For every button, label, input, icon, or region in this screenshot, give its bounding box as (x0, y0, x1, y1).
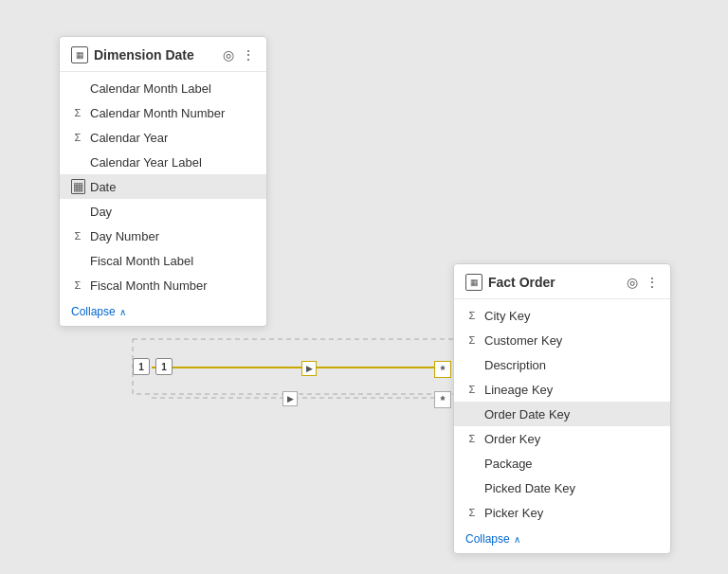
fact-order-field-row[interactable]: Order Date Key (454, 402, 670, 426)
dim-date-header-icons: ◎ ⋮ (223, 48, 255, 62)
field-type-icon: Σ (465, 334, 479, 346)
field-type-icon: Σ (465, 384, 479, 395)
field-type-icon: Σ (71, 230, 84, 242)
fact-order-field-row[interactable]: ΣOrder Key (454, 426, 670, 451)
collapse-arrow-icon: ∧ (119, 307, 126, 317)
field-name-label: Calendar Year Label (90, 155, 202, 170)
fact-order-header-icons: ◎ ⋮ (627, 276, 659, 289)
fact-order-header: ▦ Fact Order ◎ ⋮ (454, 264, 670, 299)
field-name-label: Fiscal Month Label (90, 254, 193, 268)
field-name-label: Calendar Month Number (90, 106, 225, 120)
arrow-right-dashed-icon: ▶ (287, 394, 294, 404)
fact-order-body: ΣCity KeyΣCustomer KeyDescriptionΣLineag… (454, 299, 670, 529)
dim-date-field-row[interactable]: ▦Date (60, 174, 266, 199)
field-type-icon: Σ (465, 507, 479, 518)
field-type-icon: Σ (465, 310, 479, 321)
badge-right-one: 1 (155, 358, 173, 375)
dim-date-title: Dimension Date (94, 47, 217, 63)
fact-order-table-icon: ▦ (465, 274, 482, 291)
connector-arrow-left: ▶ (301, 361, 317, 376)
svg-rect-0 (133, 339, 455, 394)
fact-order-title: Fact Order (488, 275, 621, 290)
dim-date-field-row[interactable]: Day (60, 199, 266, 224)
fact-order-field-row[interactable]: Picked Date Key (454, 475, 670, 500)
field-type-icon: ▦ (71, 180, 84, 193)
dim-date-eye-icon[interactable]: ◎ (223, 48, 234, 62)
dim-date-body: Calendar Month LabelΣCalendar Month Numb… (60, 72, 266, 301)
dim-date-field-row[interactable]: Calendar Year Label (60, 150, 266, 174)
dim-date-header: ▦ Dimension Date ◎ ⋮ (60, 37, 266, 72)
field-name-label: Package (484, 457, 533, 471)
dim-date-collapse[interactable]: Collapse ∧ (60, 301, 266, 326)
fact-order-field-row[interactable]: Description (454, 352, 670, 377)
badge-left-one: 1 (133, 358, 150, 375)
field-type-icon: Σ (71, 107, 84, 118)
fact-order-card: ▦ Fact Order ◎ ⋮ ΣCity KeyΣCustomer KeyD… (453, 263, 671, 554)
fact-order-field-row[interactable]: ΣCity Key (454, 303, 670, 328)
fact-order-field-row[interactable]: Package (454, 451, 670, 475)
field-type-icon: Σ (71, 132, 84, 143)
asterisk-icon: * (440, 363, 445, 377)
dim-date-field-row[interactable]: Fiscal Month Label (60, 248, 266, 273)
arrow-right-icon: ▶ (306, 364, 313, 373)
asterisk-box-top: * (434, 361, 451, 378)
fact-order-collapse-arrow-icon: ∧ (514, 534, 520, 545)
field-name-label: Picker Key (484, 506, 543, 520)
dim-date-table-icon: ▦ (71, 46, 88, 63)
dim-date-more-icon[interactable]: ⋮ (242, 48, 255, 62)
fact-order-field-row[interactable]: ΣPicker Key (454, 500, 670, 525)
dim-date-field-row[interactable]: ΣDay Number (60, 224, 266, 248)
asterisk-box-bottom: * (434, 391, 451, 408)
fact-order-eye-icon[interactable]: ◎ (627, 276, 638, 289)
field-name-label: Picked Date Key (484, 481, 575, 495)
dim-date-field-row[interactable]: ΣCalendar Month Number (60, 100, 266, 125)
field-name-label: Day Number (90, 229, 159, 243)
field-name-label: Date (90, 180, 116, 194)
connector-arrow-dashed: ▶ (282, 391, 298, 406)
dim-date-field-row[interactable]: ΣCalendar Year (60, 125, 266, 150)
fact-order-collapse[interactable]: Collapse ∧ (454, 529, 670, 553)
field-name-label: Calendar Month Label (90, 81, 211, 96)
fact-order-more-icon[interactable]: ⋮ (646, 276, 659, 289)
fact-order-field-row[interactable]: ΣCustomer Key (454, 328, 670, 352)
field-name-label: City Key (484, 309, 530, 323)
field-name-label: Customer Key (484, 333, 562, 348)
field-name-label: Lineage Key (484, 383, 553, 397)
dim-date-field-row[interactable]: Calendar Month Label (60, 76, 266, 100)
field-name-label: Fiscal Month Number (90, 278, 208, 293)
field-name-label: Day (90, 205, 112, 219)
field-type-icon: Σ (71, 279, 84, 291)
dimension-date-card: ▦ Dimension Date ◎ ⋮ Calendar Month Labe… (59, 36, 267, 327)
field-name-label: Order Date Key (484, 407, 570, 422)
asterisk-dashed-icon: * (440, 393, 445, 407)
field-name-label: Calendar Year (90, 131, 168, 145)
fact-order-field-row[interactable]: ΣLineage Key (454, 377, 670, 402)
field-type-icon: Σ (465, 433, 479, 444)
dim-date-field-row[interactable]: ΣFiscal Month Number (60, 273, 266, 297)
field-name-label: Description (484, 358, 546, 372)
field-name-label: Order Key (484, 432, 540, 446)
